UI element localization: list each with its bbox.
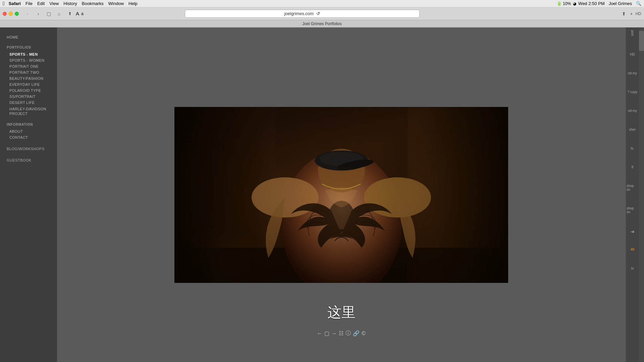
tab-title[interactable]: Joel Grimes Portfolios — [302, 21, 341, 26]
sidebar-toggle-button[interactable]: ▢ — [44, 10, 53, 17]
hd-badge: HD — [636, 11, 641, 16]
right-panel-text-5: nd my — [628, 109, 637, 113]
fullscreen-button[interactable] — [15, 12, 19, 16]
sidebar-home-link[interactable]: HOME — [0, 34, 57, 40]
safari-toolbar: ‹ › ▢ ⌂ ⬆ A a joelgrimes.com ↺ ⬆ + HD — [0, 7, 644, 20]
right-panel-text-7: ts. — [631, 146, 634, 150]
sidebar-item-sports-women[interactable]: SPORTS - WOMEN — [0, 57, 57, 63]
sidebar-guestbook-section: GUESTBOOK — [0, 157, 57, 163]
nav-forward-icon[interactable]: → — [331, 330, 337, 337]
nav-back-icon[interactable]: ← — [317, 330, 322, 337]
minimize-button[interactable] — [9, 12, 13, 16]
sidebar-item-portrait-two[interactable]: PORTRAIT TWO — [0, 69, 57, 75]
sidebar-home-section: HOME — [0, 34, 57, 40]
nav-grid-icon[interactable]: ☷ — [339, 330, 343, 337]
photo-frame[interactable] — [174, 107, 508, 283]
right-panel-text-12: tx — [631, 266, 634, 270]
toolbar-right: ⬆ + HD — [621, 10, 641, 17]
sidebar-information-section: INFORMATION ABOUT CONTACT — [0, 123, 57, 140]
menu-window[interactable]: Window — [108, 1, 124, 6]
sidebar-item-harley-davidson[interactable]: HARLEY-DAVIDSON PROJECT — [0, 106, 57, 117]
apple-menu[interactable]:  — [3, 1, 5, 7]
menu-safari[interactable]: Safari — [9, 1, 21, 6]
right-panel-text-8: 8 — [632, 165, 634, 169]
battery-icon[interactable]: 🔋 10% — [557, 1, 571, 6]
right-panel-text-4: ? copy — [628, 90, 637, 94]
add-tab-button[interactable]: + — [629, 10, 634, 17]
nav-copyright-icon[interactable]: © — [362, 330, 366, 337]
sidebar-portfolios-label: PORTFOLIOS — [0, 46, 57, 51]
image-area: 这里 ← ▢ → ☷ ⓘ 🔗 © — [57, 27, 626, 362]
menu-bookmarks[interactable]: Bookmarks — [82, 1, 104, 6]
share-icon-button[interactable]: ⬆ — [621, 10, 627, 17]
menu-file[interactable]: File — [25, 1, 33, 6]
share-button[interactable]: ⬆ — [65, 10, 74, 17]
right-panel-text-6: sher — [629, 128, 636, 131]
sidebar-item-portrait-one[interactable]: PORTRAIT ONE — [0, 63, 57, 69]
right-panel-text-9: shop on — [627, 184, 638, 191]
sidebar-information-label: INFORMATION — [0, 123, 57, 128]
font-large-icon[interactable]: A — [76, 11, 79, 16]
nav-bookmark-icon[interactable]: ▢ — [324, 330, 329, 337]
wifi-icon[interactable]: ◕ — [573, 1, 576, 6]
sidebar-item-polaroid-type[interactable]: POLAROID TYPE — [0, 87, 57, 94]
sidebar-item-sports-men[interactable]: SPORTS - MEN — [0, 51, 57, 57]
right-panel-text-1: port — [631, 30, 634, 36]
sidebar-item-ss-portrait[interactable]: SS/PORTRAIT — [0, 94, 57, 100]
home-button[interactable]: ⌂ — [54, 10, 64, 17]
scrollbar-area[interactable] — [639, 27, 644, 362]
right-panel-arrow-icon[interactable]: ➔ — [631, 229, 635, 234]
svg-rect-20 — [174, 107, 508, 283]
sidebar-portfolios-section: PORTFOLIOS SPORTS - MEN SPORTS - WOMEN P… — [0, 46, 57, 117]
menu-history[interactable]: History — [63, 1, 77, 6]
traffic-lights — [3, 12, 19, 16]
sidebar: HOME PORTFOLIOS SPORTS - MEN SPORTS - WO… — [0, 27, 57, 362]
sidebar-item-everyday-life[interactable]: EVERYDAY LIFE — [0, 81, 57, 87]
menu-right: 🔋 10% ◕ Wed 2:50 PM Joel Grimes 🔍 — [557, 1, 641, 6]
forward-button[interactable]: › — [34, 10, 43, 17]
spotlight-icon[interactable]: 🔍 — [636, 1, 641, 6]
right-panel-text-2: HD — [630, 53, 635, 56]
url-text: joelgrimes.com — [284, 11, 313, 16]
sidebar-blog-section: BLOG/WORKSHOPS — [0, 146, 57, 152]
sidebar-item-contact[interactable]: CONTACT — [0, 134, 57, 140]
url-bar[interactable]: joelgrimes.com ↺ — [185, 10, 420, 18]
right-panel-text-10: shop on — [627, 206, 638, 214]
menu-user: Joel Grimes — [609, 1, 632, 6]
font-small-icon[interactable]: a — [81, 11, 84, 16]
bottom-nav-toolbar: ← ▢ → ☷ ⓘ 🔗 © — [317, 330, 366, 337]
menu-help[interactable]: Help — [128, 1, 138, 6]
right-panel-text-11: 49 — [631, 248, 634, 251]
menu-time: Wed 2:50 PM — [578, 1, 605, 6]
menu-edit[interactable]: Edit — [37, 1, 45, 6]
sidebar-item-beauty-fashion[interactable]: BEAUTY/FASHION — [0, 75, 57, 81]
photo-svg — [174, 107, 508, 283]
sidebar-item-about[interactable]: ABOUT — [0, 128, 57, 134]
menu-bar:  Safari File Edit View History Bookmark… — [0, 0, 644, 7]
main-content: HOME PORTFOLIOS SPORTS - MEN SPORTS - WO… — [0, 27, 644, 362]
photo-container — [174, 107, 508, 283]
back-button[interactable]: ‹ — [23, 10, 32, 17]
menu-view[interactable]: View — [49, 1, 59, 6]
sidebar-blog-link[interactable]: BLOG/WORKSHOPS — [0, 146, 57, 152]
right-panel: port HD nd my ? copy nd my sher ts. 8 sh… — [626, 27, 639, 362]
right-panel-text-3: nd my — [628, 71, 637, 75]
scrollbar-thumb[interactable] — [639, 31, 644, 51]
tab-bar: Joel Grimes Portfolios — [0, 20, 644, 27]
close-button[interactable] — [3, 12, 7, 16]
sidebar-item-desert-life[interactable]: DESERT LIFE — [0, 100, 57, 106]
chinese-text-overlay: 这里 — [327, 303, 356, 322]
nav-link-icon[interactable]: 🔗 — [353, 330, 360, 337]
sidebar-guestbook-link[interactable]: GUESTBOOK — [0, 157, 57, 163]
nav-info-icon[interactable]: ⓘ — [345, 330, 351, 337]
reload-icon[interactable]: ↺ — [316, 11, 320, 16]
